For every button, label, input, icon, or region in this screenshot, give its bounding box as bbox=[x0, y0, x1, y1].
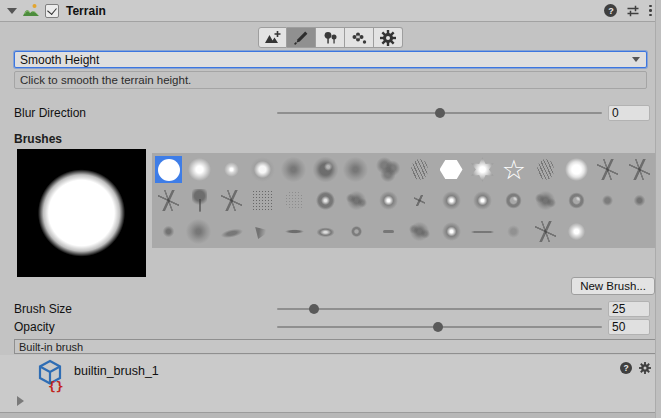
brush-tile-41[interactable] bbox=[406, 218, 433, 245]
tool-terrain-settings-button[interactable] bbox=[374, 27, 403, 48]
brush-tile-24[interactable] bbox=[375, 187, 402, 214]
brush-tile-36[interactable] bbox=[249, 218, 276, 245]
builtin-brush-asset-name: builtin_brush_1 bbox=[74, 364, 159, 378]
brush-tile-2[interactable] bbox=[186, 156, 213, 183]
blur-direction-slider-handle[interactable] bbox=[435, 108, 445, 118]
component-header: Terrain ? bbox=[0, 0, 661, 22]
scriptable-object-cube-icon: {} bbox=[36, 359, 64, 391]
brush-tile-40[interactable] bbox=[375, 218, 402, 245]
terrain-component-icon bbox=[22, 3, 40, 18]
brush-tile-6[interactable] bbox=[312, 156, 339, 183]
trees-icon bbox=[322, 30, 339, 46]
brush-tile-38[interactable] bbox=[312, 218, 339, 245]
brush-tile-22[interactable] bbox=[312, 187, 339, 214]
opacity-label: Opacity bbox=[14, 320, 277, 334]
opacity-slider[interactable] bbox=[277, 319, 602, 335]
brush-tile-15[interactable] bbox=[594, 156, 621, 183]
brush-tile-5[interactable] bbox=[281, 156, 308, 183]
tool-create-neighbor-terrains-button[interactable] bbox=[258, 27, 287, 48]
right-gutter bbox=[655, 0, 661, 418]
brush-tile-44[interactable] bbox=[500, 218, 527, 245]
builtin-brush-bar: Built-in brush bbox=[14, 339, 657, 354]
mountain-plus-icon bbox=[264, 30, 282, 46]
component-title: Terrain bbox=[66, 4, 106, 18]
brush-help-icon[interactable]: ? bbox=[620, 362, 632, 374]
builtin-brush-asset-panel: {} builtin_brush_1 ? bbox=[0, 355, 661, 413]
chevron-down-icon bbox=[632, 57, 640, 62]
paint-tool-dropdown-value: Smooth Height bbox=[20, 53, 99, 67]
brush-size-slider-handle[interactable] bbox=[309, 304, 319, 314]
brush-tile-8[interactable] bbox=[375, 156, 402, 183]
brush-tile-45[interactable] bbox=[532, 218, 559, 245]
brush-tile-7[interactable] bbox=[343, 156, 370, 183]
brush-tile-33[interactable] bbox=[155, 218, 182, 245]
brush-tile-17[interactable] bbox=[155, 187, 182, 214]
opacity-value-field[interactable]: 50 bbox=[608, 319, 650, 335]
help-icon[interactable]: ? bbox=[604, 4, 617, 17]
tool-paint-trees-button[interactable] bbox=[316, 27, 345, 48]
presets-icon[interactable] bbox=[626, 4, 640, 18]
gear-icon bbox=[380, 30, 396, 46]
brush-palette bbox=[152, 153, 656, 248]
brush-tile-18[interactable] bbox=[186, 187, 213, 214]
preview-foldout-icon[interactable] bbox=[17, 396, 24, 406]
brush-tile-13[interactable] bbox=[532, 156, 559, 183]
brush-area bbox=[0, 149, 661, 277]
brush-tile-10[interactable] bbox=[438, 156, 465, 183]
brush-tile-12[interactable] bbox=[500, 156, 527, 183]
brush-tile-1[interactable] bbox=[155, 156, 182, 183]
tool-paint-terrain-button[interactable] bbox=[287, 27, 316, 48]
brush-tile-4[interactable] bbox=[249, 156, 276, 183]
paint-tool-dropdown[interactable]: Smooth Height bbox=[14, 51, 647, 68]
brush-tile-16[interactable] bbox=[626, 156, 653, 183]
brush-tile-28[interactable] bbox=[500, 187, 527, 214]
brush-tile-20[interactable] bbox=[249, 187, 276, 214]
brush-size-slider[interactable] bbox=[277, 301, 602, 317]
brush-tile-35[interactable] bbox=[218, 218, 245, 245]
brush-size-row: Brush Size 25 bbox=[0, 301, 661, 317]
brush-tile-29[interactable] bbox=[532, 187, 559, 214]
blur-direction-label: Blur Direction bbox=[14, 106, 277, 120]
brush-tile-11[interactable] bbox=[469, 156, 496, 183]
brush-tile-37[interactable] bbox=[281, 218, 308, 245]
bottom-strip bbox=[0, 413, 661, 418]
blur-direction-slider[interactable] bbox=[277, 105, 602, 121]
foldout-expanded-icon[interactable] bbox=[7, 8, 17, 14]
new-brush-button[interactable]: New Brush... bbox=[571, 277, 655, 295]
brush-tile-43[interactable] bbox=[469, 218, 496, 245]
terrain-inspector: Terrain ? bbox=[0, 0, 661, 418]
brush-tile-46[interactable] bbox=[563, 218, 590, 245]
component-enabled-checkbox[interactable] bbox=[45, 4, 59, 18]
brush-tile-39[interactable] bbox=[343, 218, 370, 245]
brush-tile-23[interactable] bbox=[343, 187, 370, 214]
brush-tile-14[interactable] bbox=[563, 156, 590, 183]
brush-size-value-field[interactable]: 25 bbox=[608, 301, 650, 317]
brush-tile-19[interactable] bbox=[218, 187, 245, 214]
opacity-slider-handle[interactable] bbox=[433, 322, 443, 332]
brush-tile-3[interactable] bbox=[218, 156, 245, 183]
tool-help-text: Click to smooth the terrain height. bbox=[20, 74, 191, 86]
brush-tile-21[interactable] bbox=[281, 187, 308, 214]
tool-help-box: Click to smooth the terrain height. bbox=[14, 71, 647, 89]
brush-size-label: Brush Size bbox=[14, 302, 277, 316]
brush-tile-27[interactable] bbox=[469, 187, 496, 214]
kebab-menu-icon[interactable] bbox=[649, 5, 652, 17]
brush-tile-25[interactable] bbox=[406, 187, 433, 214]
brushes-section-label: Brushes bbox=[14, 132, 661, 146]
brush-tile-26[interactable] bbox=[438, 187, 465, 214]
blur-direction-value-field[interactable]: 0 bbox=[608, 105, 650, 121]
blur-direction-row: Blur Direction 0 bbox=[0, 105, 661, 121]
tool-paint-details-button[interactable] bbox=[345, 27, 374, 48]
brush-tile-30[interactable] bbox=[563, 187, 590, 214]
brush-tile-31[interactable] bbox=[594, 187, 621, 214]
paintbrush-icon bbox=[293, 30, 309, 46]
brush-tile-42[interactable] bbox=[438, 218, 465, 245]
braces-glyph: {} bbox=[48, 379, 64, 394]
brush-tile-34[interactable] bbox=[186, 218, 213, 245]
brush-preview bbox=[17, 149, 146, 277]
brush-tile-9[interactable] bbox=[406, 156, 433, 183]
flower-details-icon bbox=[351, 30, 368, 46]
opacity-row: Opacity 50 bbox=[0, 319, 661, 335]
brush-tile-32[interactable] bbox=[626, 187, 653, 214]
brush-gear-icon[interactable] bbox=[639, 362, 651, 374]
